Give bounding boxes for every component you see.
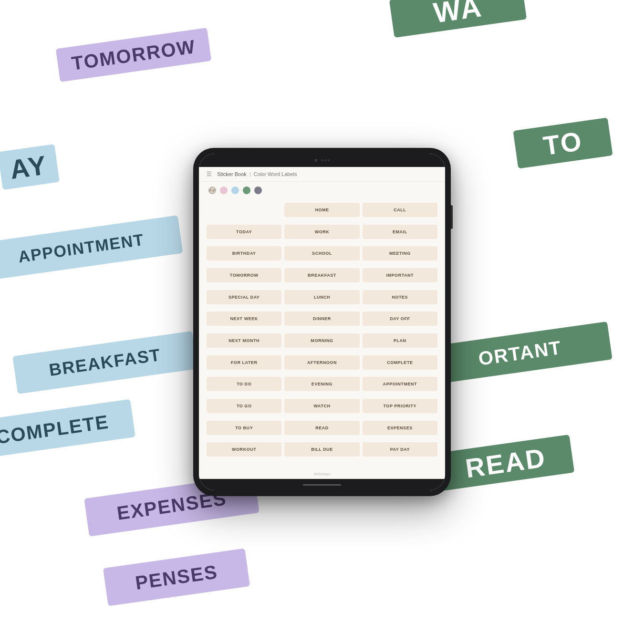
label-tag-32: EXPENSES: [363, 421, 437, 435]
label-tag-13: LUNCH: [284, 290, 359, 304]
label-tag-6: BIRTHDAY: [207, 246, 281, 260]
label-tag-11: IMPORTANT: [363, 268, 437, 282]
label-tag-29: TOP PRIORITY: [363, 399, 437, 413]
label-tag-24: TO DO: [207, 377, 281, 391]
label-tag-14: NOTES: [363, 290, 437, 304]
tablet-bottom-bar: [199, 479, 445, 490]
label-tag-5: EMAIL: [363, 225, 437, 239]
nav-icon: ☰: [207, 171, 213, 177]
label-tag-17: DAY OFF: [363, 312, 437, 326]
bg-label: ORTANT: [427, 322, 612, 384]
label-tag-22: AFTERNOON: [284, 355, 359, 370]
color-dots-row: ✓: [199, 182, 445, 199]
label-tag-28: WATCH: [284, 399, 359, 413]
tablet-side-button: [451, 205, 453, 229]
nav-separator: |: [249, 171, 251, 177]
label-tag-31: READ: [284, 421, 359, 435]
bg-label: APPOINTMENT: [0, 215, 183, 281]
label-tag-25: EVENING: [284, 377, 359, 391]
label-tag-20: PLAN: [363, 333, 437, 348]
label-tag-34: BILL DUE: [284, 442, 359, 457]
tablet-dots: [321, 159, 330, 161]
labels-grid: HOMECALLTODAYWORKEMAILBIRTHDAYSCHOOLMEET…: [199, 199, 445, 469]
label-tag-35: PAY DAY: [363, 442, 437, 457]
tablet-dot: [321, 159, 323, 161]
label-tag-19: MORNING: [284, 333, 359, 348]
bg-label: TO: [513, 117, 613, 168]
label-tag-30: TO BUY: [207, 421, 281, 435]
label-tag-12: SPECIAL DAY: [207, 290, 281, 304]
label-tag-21: FOR LATER: [207, 355, 281, 370]
bg-label: PENSES: [103, 549, 250, 606]
label-tag-10: BREAKFAST: [284, 268, 359, 282]
color-dot-3[interactable]: [243, 187, 250, 194]
label-tag-2: CALL: [363, 203, 437, 217]
label-tag-4: WORK: [284, 225, 359, 239]
label-tag-23: COMPLETE: [363, 355, 437, 370]
label-tag-1: HOME: [284, 203, 359, 217]
label-tag-27: TO GO: [207, 399, 281, 413]
bg-label: COMPLETE: [0, 399, 135, 460]
label-tag-15: NEXT WEEK: [207, 312, 281, 326]
tablet: ☰ Sticker Book | Color Word Labels ✓ HOM…: [193, 148, 451, 496]
label-tag-18: NEXT MONTH: [207, 333, 281, 348]
color-dot-0[interactable]: ✓: [208, 187, 216, 194]
label-tag-8: MEETING: [363, 246, 437, 260]
label-tag-9: TOMORROW: [207, 268, 281, 282]
label-tag-26: APPOINTMENT: [363, 377, 437, 391]
label-tag-16: DINNER: [284, 312, 359, 326]
tablet-camera: [314, 159, 317, 162]
tablet-screen: ☰ Sticker Book | Color Word Labels ✓ HOM…: [199, 167, 445, 479]
bg-label: AY: [0, 144, 60, 190]
tablet-dot: [324, 159, 326, 161]
home-indicator: [303, 484, 341, 486]
color-dot-1[interactable]: [220, 187, 228, 194]
tablet-dot: [328, 159, 330, 161]
bg-label: TOMORROW: [56, 28, 212, 82]
nav-title: Sticker Book: [217, 171, 247, 177]
bg-label: BREAKFAST: [12, 331, 197, 394]
nav-subtitle: Color Word Labels: [254, 171, 297, 177]
label-tag-0: [207, 203, 281, 217]
color-dot-2[interactable]: [231, 187, 239, 194]
color-dot-4[interactable]: [254, 187, 262, 194]
bg-label: WA: [389, 0, 527, 38]
tablet-top-bar: [199, 154, 445, 167]
label-tag-33: WORKOUT: [207, 442, 281, 457]
footer-text: Belledays: [199, 469, 445, 479]
label-tag-7: SCHOOL: [284, 246, 359, 260]
label-tag-3: TODAY: [207, 225, 281, 239]
bg-label: READ: [437, 435, 574, 491]
nav-bar: ☰ Sticker Book | Color Word Labels: [199, 167, 445, 182]
